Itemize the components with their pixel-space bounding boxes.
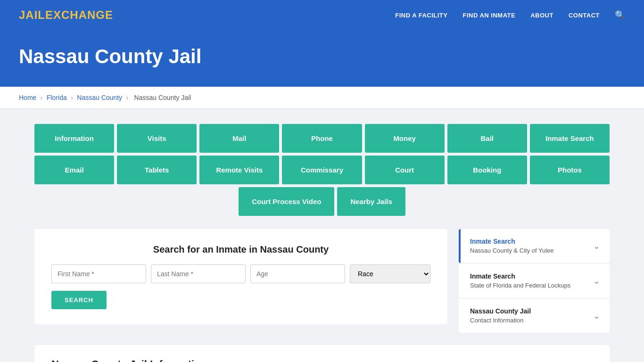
btn-inmate-search[interactable]: Inmate Search — [530, 124, 610, 153]
button-row-2: Email Tablets Remote Visits Commissary C… — [34, 156, 610, 184]
breadcrumb-current: Nassau County Jail — [134, 94, 191, 101]
age-input[interactable] — [250, 264, 345, 283]
breadcrumb-sep-3: › — [126, 94, 128, 101]
btn-money[interactable]: Money — [365, 124, 445, 153]
chevron-down-icon-1: ⌄ — [593, 241, 600, 251]
btn-mail[interactable]: Mail — [199, 124, 279, 153]
nav-find-inmate[interactable]: FIND AN INMATE — [462, 12, 515, 19]
breadcrumb-nassau-county[interactable]: Nassau County — [77, 94, 122, 101]
chevron-down-icon-2: ⌄ — [593, 276, 600, 286]
button-row-3: Court Process Video Nearby Jails — [34, 187, 610, 216]
last-name-input[interactable] — [151, 264, 246, 283]
sidebar-card-inner-3[interactable]: Nassau County Jail Contact Information ⌄ — [461, 299, 610, 333]
sidebar-card-subtitle-1: Nassau County & City of Yulee — [470, 247, 554, 254]
btn-email[interactable]: Email — [34, 156, 114, 184]
breadcrumb-florida[interactable]: Florida — [47, 94, 67, 101]
search-title: Search for an Inmate in Nassau County — [51, 244, 430, 255]
btn-court[interactable]: Court — [365, 156, 445, 184]
sidebar-card-contact[interactable]: Nassau County Jail Contact Information ⌄ — [459, 299, 610, 333]
sidebar-card-text-1: Inmate Search Nassau County & City of Yu… — [470, 238, 554, 255]
sidebar-card-inmate-nassau[interactable]: Inmate Search Nassau County & City of Yu… — [459, 229, 610, 263]
btn-phone[interactable]: Phone — [282, 124, 362, 153]
breadcrumb-home[interactable]: Home — [19, 94, 36, 101]
nav-links: FIND A FACILITY FIND AN INMATE ABOUT CON… — [395, 10, 625, 20]
breadcrumb-sep-2: › — [71, 94, 73, 101]
hero-banner: Nassau County Jail — [0, 30, 644, 87]
logo-accent: EXCHANGE — [45, 8, 113, 21]
search-icon[interactable]: 🔍 — [615, 10, 625, 20]
nav-contact[interactable]: CONTACT — [569, 12, 600, 19]
lower-section: Search for an Inmate in Nassau County Ra… — [34, 229, 610, 334]
btn-information[interactable]: Information — [34, 124, 114, 153]
sidebar-card-title-1: Inmate Search — [470, 238, 554, 245]
sidebar-card-title-3: Nassau County Jail — [470, 307, 531, 315]
btn-nearby-jails[interactable]: Nearby Jails — [337, 187, 405, 216]
logo-main: JAIL — [19, 8, 45, 21]
sidebar-card-inmate-florida[interactable]: Inmate Search State of Florida and Feder… — [459, 264, 610, 298]
site-logo[interactable]: JAILEXCHANGE — [19, 8, 113, 22]
chevron-down-icon-3: ⌄ — [593, 311, 600, 321]
btn-booking[interactable]: Booking — [447, 156, 527, 184]
sidebar-card-title-2: Inmate Search — [470, 272, 570, 280]
search-button[interactable]: SEARCH — [51, 291, 107, 309]
btn-court-process-video[interactable]: Court Process Video — [239, 187, 334, 216]
btn-visits[interactable]: Visits — [117, 124, 197, 153]
sidebar-card-text-3: Nassau County Jail Contact Information — [470, 307, 531, 324]
btn-photos[interactable]: Photos — [530, 156, 610, 184]
sidebar-card-inner-2[interactable]: Inmate Search State of Florida and Feder… — [461, 264, 610, 298]
btn-bail[interactable]: Bail — [447, 124, 527, 153]
button-row-1: Information Visits Mail Phone Money Bail… — [34, 124, 610, 153]
page-body: Information Visits Mail Phone Money Bail… — [16, 109, 628, 362]
sidebar-card-subtitle-2: State of Florida and Federal Lockups — [470, 282, 570, 289]
page-title: Nassau County Jail — [19, 45, 625, 68]
btn-commissary[interactable]: Commissary — [282, 156, 362, 184]
nav-about[interactable]: ABOUT — [530, 12, 553, 19]
navbar: JAILEXCHANGE FIND A FACILITY FIND AN INM… — [0, 0, 644, 30]
first-name-input[interactable] — [51, 264, 146, 283]
sidebar-card-subtitle-3: Contact Information — [470, 317, 523, 324]
breadcrumb-sep-1: › — [41, 94, 43, 101]
search-inputs: Race White Black Hispanic Asian Other — [51, 264, 430, 283]
sidebar: Inmate Search Nassau County & City of Yu… — [459, 229, 610, 334]
nav-find-facility[interactable]: FIND A FACILITY — [395, 12, 447, 19]
breadcrumb: Home › Florida › Nassau County › Nassau … — [0, 87, 644, 109]
inmate-search-box: Search for an Inmate in Nassau County Ra… — [34, 229, 447, 324]
btn-remote-visits[interactable]: Remote Visits — [199, 156, 279, 184]
info-section: Nassau County Jail Information — [34, 345, 610, 362]
sidebar-card-inner-1[interactable]: Inmate Search Nassau County & City of Yu… — [461, 229, 610, 263]
btn-tablets[interactable]: Tablets — [117, 156, 197, 184]
race-select[interactable]: Race White Black Hispanic Asian Other — [350, 264, 430, 283]
sidebar-card-text-2: Inmate Search State of Florida and Feder… — [470, 272, 570, 289]
info-section-title: Nassau County Jail Information — [51, 358, 593, 362]
